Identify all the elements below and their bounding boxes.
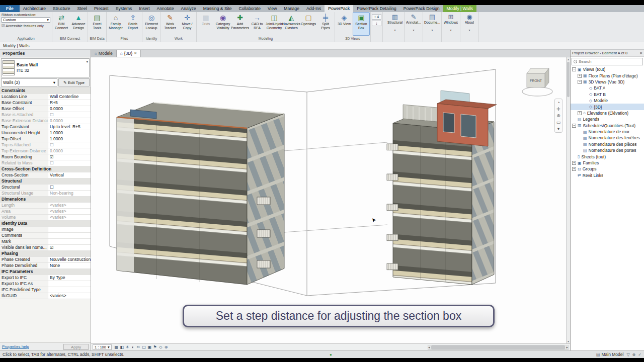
tree-item[interactable]: ▤ Nomenclature des pièces — [571, 141, 644, 147]
view-control-icon[interactable]: ◇ — [158, 345, 164, 349]
property-value[interactable]: <varies> — [48, 203, 91, 208]
ribbon-group-label[interactable]: Work — [162, 36, 196, 42]
tree-expander-icon[interactable] — [572, 117, 576, 121]
tree-expander-icon[interactable]: + — [572, 161, 576, 165]
tree-item[interactable]: ▤ Nomenclature des portes — [571, 147, 644, 153]
property-value[interactable] — [48, 227, 91, 232]
property-value[interactable] — [48, 281, 91, 287]
ribbon-button[interactable]: ◫ Join/Unjoin Geometry — [266, 12, 283, 36]
navigation-tool-icon[interactable]: ▾ — [557, 126, 560, 131]
tree-item[interactable]: + ▣ Families — [571, 160, 644, 166]
ribbon-button[interactable]: ⇄ BIM Connect — [53, 12, 70, 36]
view-control-icon[interactable]: ▢ — [141, 345, 147, 349]
tree-expander-icon[interactable] — [584, 86, 588, 90]
section-box-step-down[interactable]: ↕ — [372, 21, 381, 26]
apply-button[interactable]: Apply — [63, 344, 89, 350]
ribbon-panel-button[interactable]: ◉ About ▾ — [460, 12, 479, 42]
model-canvas[interactable]: FRONT ◔ ✛ ⊕ ▭ ▾ — [91, 57, 566, 343]
property-value[interactable]: <varies> — [48, 215, 91, 220]
scrollbar-thumb[interactable] — [567, 62, 570, 97]
scroll-down-icon[interactable]: ▾ — [567, 339, 570, 343]
close-icon[interactable]: ✕ — [134, 51, 137, 55]
tree-expander-icon[interactable]: − — [572, 124, 576, 128]
property-value[interactable]: None — [48, 263, 91, 268]
property-value[interactable]: ☐ — [48, 142, 91, 148]
property-value[interactable]: 0.0000 — [48, 148, 91, 154]
property-value[interactable]: ☐ — [48, 112, 91, 118]
ribbon-button[interactable]: ◈ 3D View — [336, 12, 353, 36]
property-value[interactable]: Nouvelle construction — [48, 257, 91, 262]
edit-type-button[interactable]: ✎ Edit Type — [58, 78, 90, 86]
horizontal-scrollbar[interactable]: ◂ ▸ — [428, 345, 569, 350]
ribbon-tab[interactable]: PowerPack — [325, 5, 353, 12]
tree-expander-icon[interactable] — [572, 155, 576, 159]
tree-item[interactable]: − ▣ Views (tout) — [571, 66, 644, 72]
tree-expander-icon[interactable] — [578, 130, 582, 134]
tree-expander-icon[interactable] — [578, 136, 582, 140]
ribbon-button[interactable]: ▦ Grids — [197, 12, 214, 36]
tree-expander-icon[interactable]: − — [572, 67, 576, 71]
view-scale-control[interactable]: 1 : 100 ▾ — [93, 344, 112, 350]
property-value[interactable] — [48, 239, 91, 244]
tree-item[interactable]: − ▦ 3D Views (Vue 3D) — [571, 79, 644, 85]
ribbon-button[interactable]: ◎ Element Lookup — [143, 12, 160, 36]
view-control-icon[interactable]: ☀ — [125, 345, 130, 349]
section-box-step-up[interactable]: ↕ 4 — [372, 14, 381, 20]
ribbon-button[interactable]: → CAD to RFA — [249, 12, 266, 36]
view-tab[interactable]: ⌂ Modele — [91, 50, 117, 57]
close-icon[interactable]: ✕ — [639, 51, 642, 55]
type-selector[interactable]: Basic Wall ITE 32 ▾ — [1, 58, 90, 77]
property-value[interactable]: 0.0000 — [48, 118, 91, 124]
tree-expander-icon[interactable]: − — [578, 80, 582, 84]
tree-expander-icon[interactable] — [584, 99, 588, 103]
ribbon-tab[interactable]: PowerPack Design — [400, 5, 443, 12]
tree-expander-icon[interactable]: + — [572, 167, 576, 171]
design-option-control[interactable]: ▤ Main Model — [596, 352, 624, 357]
tree-item[interactable]: ▤ Nomenclature de mur — [571, 129, 644, 135]
tree-item[interactable]: + ⌂ Elevations (Élévation) — [571, 110, 644, 116]
worksharing-icon[interactable]: ● — [330, 352, 332, 357]
navigation-tool-icon[interactable]: ✛ — [556, 107, 560, 112]
scroll-left-icon[interactable]: ◂ — [428, 345, 430, 349]
property-value[interactable]: ☐ — [48, 160, 91, 166]
ribbon-group-label[interactable]: Application — [2, 36, 50, 42]
property-value[interactable]: ☐ — [48, 185, 91, 190]
view-control-icon[interactable]: ⚑ — [152, 345, 158, 349]
tree-item[interactable]: ⇄ Revit Links — [571, 172, 644, 178]
scroll-up-icon[interactable]: ▴ — [567, 57, 570, 61]
browser-search-box[interactable] — [572, 58, 643, 65]
search-input[interactable] — [579, 59, 641, 64]
ribbon-tab[interactable]: Systems — [112, 5, 136, 12]
ribbon-tab[interactable]: Modify | Walls — [443, 5, 476, 12]
ribbon-tab[interactable]: Analyze — [178, 5, 200, 12]
tree-expander-icon[interactable] — [578, 142, 582, 146]
ribbon-button[interactable]: ◉ Category Visibility — [214, 12, 231, 36]
tree-expander-icon[interactable]: + — [578, 74, 582, 78]
ribbon-tab[interactable]: File — [0, 5, 20, 12]
ribbon-panel-button[interactable]: ✎ Annotat... ▾ — [405, 12, 423, 42]
property-value[interactable]: Up to level: R+5 — [48, 124, 91, 130]
view-control-icon[interactable]: ▣ — [147, 345, 152, 349]
viewcube[interactable]: FRONT — [520, 65, 555, 98]
ribbon-button[interactable]: ▣ Section Box — [353, 12, 370, 36]
ribbon-tab[interactable]: Massing & Site — [200, 5, 235, 12]
ribbon-tab[interactable]: Add-Ins — [303, 5, 325, 12]
property-value[interactable]: 0.0000 — [48, 106, 91, 112]
ribbon-group-label[interactable]: BIM Data — [89, 36, 106, 42]
accessible-features-checkbox[interactable]: ☑ Accessible features only — [2, 24, 50, 28]
tree-item[interactable]: ◇ BAT A — [571, 85, 644, 91]
view-control-icon[interactable]: ◐ — [130, 345, 136, 349]
property-value[interactable]: <varies> — [48, 293, 91, 299]
tree-item[interactable]: ▤ Legends — [571, 116, 644, 122]
tree-item[interactable]: ◇ BAT B — [571, 92, 644, 98]
ribbon-panel-button[interactable]: ⊞ Windows ▾ — [442, 12, 460, 42]
property-value[interactable]: Non-bearing — [48, 191, 91, 196]
ribbon-group-label[interactable]: 3D Views — [336, 36, 370, 42]
tree-item[interactable]: − ▥ Schedules/Quantities (Tout) — [571, 123, 644, 129]
property-value[interactable]: 1.0000 — [48, 130, 91, 136]
property-value[interactable]: R+5 — [48, 100, 91, 106]
status-icon[interactable]: ▽ — [626, 352, 629, 357]
vertical-scrollbar[interactable]: ▴ ▾ — [566, 57, 570, 343]
property-value[interactable] — [48, 233, 91, 238]
properties-help-link[interactable]: Properties help — [2, 344, 29, 349]
